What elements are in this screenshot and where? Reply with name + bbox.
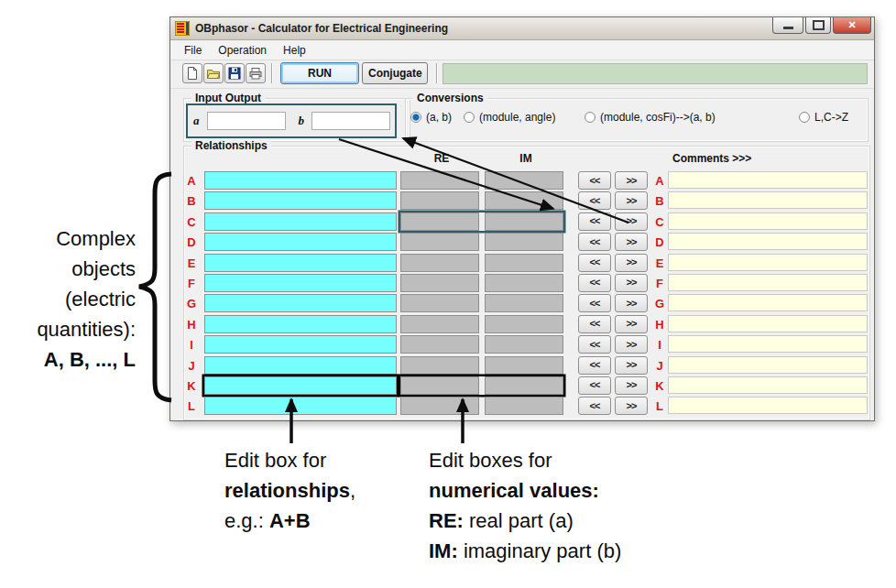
re-input[interactable]	[400, 294, 479, 312]
rows: A << >> A B << >> B C	[170, 171, 874, 415]
print-button[interactable]	[246, 63, 266, 83]
transfer-left-button[interactable]: <<	[578, 233, 611, 251]
menu-item-operation[interactable]: Operation	[210, 42, 275, 59]
comment-input[interactable]	[668, 274, 868, 291]
re-input[interactable]	[400, 397, 479, 415]
comment-input[interactable]	[668, 315, 868, 332]
re-input[interactable]	[400, 315, 479, 333]
transfer-right-button[interactable]: >>	[615, 233, 648, 251]
relationship-input[interactable]	[204, 212, 397, 231]
transfer-left-button[interactable]: <<	[578, 294, 611, 312]
radio-option-module-cosfi[interactable]: (module, cosFi)-->(a, b)	[585, 111, 716, 124]
im-input[interactable]	[485, 212, 563, 231]
relationship-input[interactable]	[204, 233, 397, 251]
transfer-right-button[interactable]: >>	[615, 315, 648, 333]
comment-input[interactable]	[668, 233, 868, 250]
io-a-input[interactable]	[207, 112, 286, 130]
radio-option-module-angle[interactable]: (module, angle)	[464, 111, 555, 124]
maximize-button[interactable]	[805, 17, 831, 34]
comment-input[interactable]	[668, 335, 868, 353]
comment-input[interactable]	[668, 376, 868, 394]
run-button[interactable]: RUN	[280, 62, 359, 84]
minimize-button[interactable]	[772, 17, 803, 34]
transfer-right-button[interactable]: >>	[615, 171, 648, 190]
annotation-left-note: Complex objects (electric quantities): A…	[0, 223, 136, 375]
comment-input[interactable]	[668, 171, 868, 189]
transfer-left-button[interactable]: <<	[578, 397, 611, 415]
comment-input[interactable]	[668, 356, 868, 374]
im-input[interactable]	[485, 294, 563, 312]
im-input[interactable]	[485, 335, 563, 354]
annotation-brace	[139, 174, 171, 400]
re-input[interactable]	[400, 233, 479, 251]
relationship-input[interactable]	[204, 191, 397, 210]
value-boxes	[400, 233, 563, 251]
relationship-input[interactable]	[204, 274, 397, 292]
transfer-left-button[interactable]: <<	[578, 274, 611, 292]
save-button[interactable]	[224, 63, 245, 83]
row-A: A << >> A	[170, 171, 874, 190]
relationship-input[interactable]	[204, 171, 397, 190]
comment-input[interactable]	[668, 397, 868, 414]
transfer-left-button[interactable]: <<	[578, 376, 611, 395]
comment-input[interactable]	[668, 191, 868, 209]
transfer-right-button[interactable]: >>	[615, 294, 648, 312]
transfer-right-button[interactable]: >>	[615, 254, 648, 272]
transfer-right-button[interactable]: >>	[615, 335, 648, 354]
comment-input[interactable]	[668, 254, 868, 271]
row-J: J << >> J	[170, 356, 874, 375]
open-button[interactable]	[203, 63, 224, 83]
relationship-input[interactable]	[204, 356, 397, 375]
re-input[interactable]	[400, 171, 479, 190]
re-input[interactable]	[400, 335, 479, 354]
im-input[interactable]	[485, 376, 563, 395]
re-input[interactable]	[400, 274, 479, 292]
comment-input[interactable]	[668, 294, 868, 311]
menu-item-help[interactable]: Help	[275, 42, 314, 59]
radio-option-lc-z[interactable]: L,C->Z	[799, 111, 848, 124]
radio-label: (module, angle)	[479, 111, 555, 124]
new-button[interactable]	[182, 63, 202, 83]
io-b-input[interactable]	[311, 112, 390, 130]
row-L: L << >> L	[170, 397, 874, 415]
re-input[interactable]	[400, 191, 479, 210]
im-input[interactable]	[485, 254, 563, 272]
transfer-right-button[interactable]: >>	[615, 397, 648, 415]
radio-option-a-b[interactable]: (a, b)	[410, 111, 452, 124]
transfer-right-button[interactable]: >>	[615, 274, 648, 292]
menu-item-file[interactable]: File	[176, 42, 210, 59]
relationship-input[interactable]	[204, 294, 397, 312]
im-input[interactable]	[485, 233, 563, 251]
relationship-input[interactable]	[204, 254, 397, 272]
im-input[interactable]	[485, 274, 563, 292]
transfer-left-button[interactable]: <<	[578, 335, 611, 354]
comment-input[interactable]	[668, 212, 868, 230]
transfer-right-button[interactable]: >>	[615, 212, 648, 231]
relationship-input[interactable]	[204, 315, 397, 333]
transfer-right-button[interactable]: >>	[615, 356, 648, 375]
close-button[interactable]: ✕	[833, 17, 871, 34]
value-boxes	[400, 171, 563, 190]
im-input[interactable]	[485, 171, 563, 190]
transfer-left-button[interactable]: <<	[578, 171, 611, 190]
relationship-input[interactable]	[204, 335, 397, 354]
im-input[interactable]	[485, 191, 563, 210]
relationship-input[interactable]	[204, 376, 397, 395]
re-input[interactable]	[400, 254, 479, 272]
relationship-input[interactable]	[204, 397, 397, 415]
im-input[interactable]	[485, 315, 563, 333]
re-input[interactable]	[400, 376, 479, 395]
im-input[interactable]	[485, 356, 563, 375]
radio-label: L,C->Z	[814, 111, 848, 124]
transfer-left-button[interactable]: <<	[578, 356, 611, 375]
transfer-left-button[interactable]: <<	[578, 191, 611, 210]
re-input[interactable]	[400, 212, 479, 231]
transfer-right-button[interactable]: >>	[615, 191, 648, 210]
transfer-left-button[interactable]: <<	[578, 315, 611, 333]
transfer-right-button[interactable]: >>	[615, 376, 648, 395]
re-input[interactable]	[400, 356, 479, 375]
transfer-left-button[interactable]: <<	[578, 254, 611, 272]
transfer-left-button[interactable]: <<	[578, 212, 611, 231]
im-input[interactable]	[485, 397, 563, 415]
conjugate-button[interactable]: Conjugate	[362, 62, 428, 84]
